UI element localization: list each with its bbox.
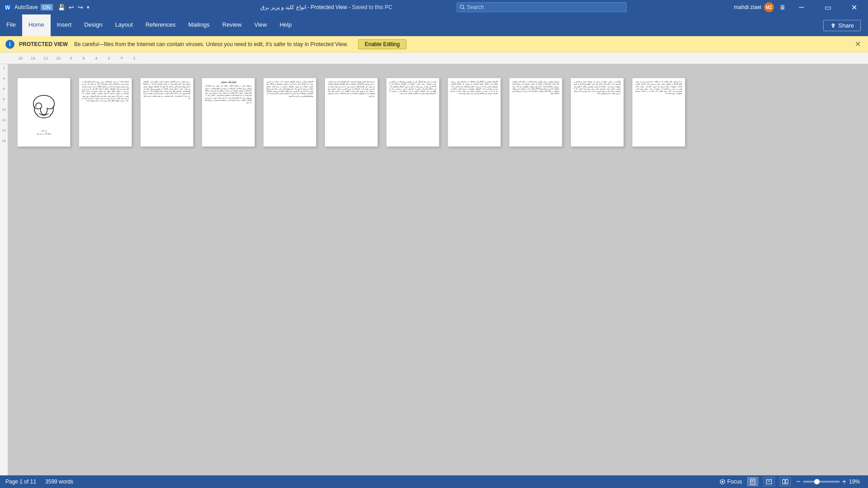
svg-rect-14 — [786, 479, 788, 484]
arabic-calligraphy-svg — [28, 91, 60, 125]
page-10-content: نگهداری و تعمیر تجهیزات برقی باید توسط ا… — [571, 78, 623, 146]
zoom-controls: − + 19% — [796, 478, 863, 486]
user-area: mahdi ziaei MZ — [734, 2, 774, 12]
arabic-text: پریزهای مقاوم در برابر رطوبت برای استفاد… — [512, 81, 559, 95]
zoom-value: 19% — [849, 479, 863, 485]
focus-label: Focus — [727, 479, 742, 485]
word-icon: W — [4, 3, 12, 11]
titlebar-left: W AutoSave ON 💾 ↩ ↪ ▾ — [4, 3, 219, 11]
search-box[interactable] — [457, 2, 627, 12]
arabic-text: سیستم های کنترل هوشمند امروزه جای کلیدها… — [328, 81, 375, 98]
undo-button[interactable]: ↩ — [67, 3, 75, 11]
tab-references[interactable]: References — [139, 14, 182, 36]
statusbar-right: Focus − — [719, 477, 863, 486]
title-bar: W AutoSave ON 💾 ↩ ↪ ▾ انواع کلید و پریز … — [0, 0, 868, 14]
svg-point-5 — [722, 481, 723, 483]
enable-editing-button[interactable]: Enable Editing — [358, 39, 406, 49]
tab-view[interactable]: View — [248, 14, 273, 36]
svg-rect-6 — [750, 479, 755, 484]
read-mode-icon — [782, 479, 788, 485]
pages-row: نام كتابانواع كليد و پريز برق Lorem ipsu… — [17, 78, 685, 147]
search-input[interactable] — [467, 4, 623, 10]
user-avatar[interactable]: MZ — [764, 2, 774, 12]
tab-design[interactable]: Design — [78, 14, 108, 36]
page-7-content: ایمنی در برابر برق گرفتگی یکی از مهمترین… — [387, 78, 439, 146]
protected-message: Be careful—files from the Internet can c… — [74, 41, 348, 47]
page-2-content: Lorem ipsum در مورد انواع کلید و پریز بر… — [79, 78, 132, 146]
page-1: نام كتابانواع كليد و پريز برق — [17, 78, 71, 147]
search-icon — [460, 5, 465, 10]
titlebar-center: انواع کلید و پریز برق - Protected View -… — [219, 4, 434, 10]
arabic-text: ایمنی در برابر برق گرفتگی یکی از مهمترین… — [389, 81, 436, 95]
main-area: 2 4 6 8 10 12 14 16 — [0, 64, 868, 475]
arabic-text: Lorem ipsum در مورد انواع کلید و پریز بر… — [82, 81, 129, 102]
user-name: mahdi ziaei — [734, 4, 761, 10]
page-5: کلیدهای فشاری از جمله کلیدهایی هستند که … — [263, 78, 316, 147]
document-viewport[interactable]: نام كتابانواع كليد و پريز برق Lorem ipsu… — [8, 64, 868, 475]
tab-mailings[interactable]: Mailings — [182, 14, 216, 36]
page-6: سیستم های کنترل هوشمند امروزه جای کلیدها… — [325, 78, 378, 147]
page-10: نگهداری و تعمیر تجهیزات برقی باید توسط ا… — [571, 78, 624, 147]
zoom-slider[interactable] — [803, 481, 840, 483]
page-4: فصل اول: معرفی پریزهای برقی در انواع مخت… — [202, 78, 255, 147]
page-7: ایمنی در برابر برق گرفتگی یکی از مهمترین… — [386, 78, 439, 147]
cover-caption: نام كتابانواع كليد و پريز برق — [37, 130, 51, 135]
page-3-content: در این فصل درباره کلیدهای صنعتی صحبت خوا… — [141, 78, 193, 146]
zoom-in-button[interactable]: + — [842, 478, 846, 486]
zoom-out-button[interactable]: − — [796, 478, 800, 486]
page-8-content: کلیدهای مینیاتوری یا MCB برای محافظت از … — [448, 78, 500, 146]
page-6-content: سیستم های کنترل هوشمند امروزه جای کلیدها… — [325, 78, 377, 146]
calligraphy-art — [28, 90, 60, 126]
doc-save: Saved to this PC — [352, 4, 392, 10]
restore-button[interactable]: ▭ — [817, 0, 838, 14]
page-2: Lorem ipsum در مورد انواع کلید و پریز بر… — [79, 78, 132, 147]
tab-review[interactable]: Review — [216, 14, 248, 36]
doc-title: انواع کلید و پریز برق — [260, 4, 306, 10]
page-8: کلیدهای مینیاتوری یا MCB برای محافظت از … — [448, 78, 501, 147]
tab-help[interactable]: Help — [273, 14, 298, 36]
redo-button[interactable]: ↪ — [76, 3, 85, 11]
tab-home[interactable]: Home — [22, 14, 51, 36]
ribbon-share: Share — [823, 14, 868, 36]
arabic-text: در این فصل درباره کلیدهای صنعتی صحبت خوا… — [143, 81, 190, 100]
print-layout-icon — [750, 479, 756, 485]
protected-label: PROTECTED VIEW — [19, 41, 68, 47]
close-button[interactable]: ✕ — [844, 0, 864, 14]
svg-line-3 — [463, 8, 465, 9]
horizontal-ruler: 18 14 12 10 8 6 4 2 ✕ 2 — [17, 56, 137, 61]
customize-button[interactable]: ▾ — [85, 3, 91, 11]
arabic-text: کلیدهای مینیاتوری یا MCB برای محافظت از … — [451, 81, 498, 95]
print-layout-button[interactable] — [747, 477, 758, 486]
page-4-heading: فصل اول: معرفی — [205, 81, 252, 84]
focus-area[interactable]: Focus — [719, 479, 742, 485]
page-info: Page 1 of 11 — [5, 479, 36, 485]
arabic-text: پریزهای برقی در انواع مختلف ساخته می شون… — [205, 85, 252, 104]
zoom-thumb — [814, 479, 820, 484]
read-mode-button[interactable] — [780, 477, 791, 486]
autosave-toggle[interactable]: ON — [41, 4, 53, 10]
svg-point-2 — [460, 5, 464, 9]
tab-insert[interactable]: Insert — [51, 14, 78, 36]
tab-file[interactable]: File — [0, 14, 22, 36]
statusbar-left: Page 1 of 11 3599 words — [5, 479, 73, 485]
app-name: AutoSave — [14, 4, 38, 10]
protected-close-button[interactable]: ✕ — [853, 40, 863, 48]
page-3: در این فصل درباره کلیدهای صنعتی صحبت خوا… — [140, 78, 193, 147]
svg-rect-13 — [783, 479, 785, 484]
web-layout-button[interactable] — [764, 477, 774, 486]
monitor-button[interactable]: 🖥 — [779, 4, 786, 11]
undo-redo-group: 💾 ↩ ↪ ▾ — [57, 3, 91, 11]
arabic-text: نگهداری و تعمیر تجهیزات برقی باید توسط ا… — [574, 81, 621, 95]
status-bar: Page 1 of 11 3599 words Focus — [0, 475, 868, 488]
minimize-button[interactable]: ─ — [791, 0, 812, 14]
tab-layout[interactable]: Layout — [109, 14, 139, 36]
page-5-content: کلیدهای فشاری از جمله کلیدهایی هستند که … — [264, 78, 316, 146]
protected-icon: i — [5, 40, 14, 49]
word-count: 3599 words — [45, 479, 73, 485]
protected-view-bar: i PROTECTED VIEW Be careful—files from t… — [0, 36, 868, 52]
vertical-ruler: 2 4 6 8 10 12 14 16 — [0, 64, 8, 475]
save-button[interactable]: 💾 — [57, 3, 66, 11]
share-button[interactable]: Share — [823, 20, 861, 31]
arabic-text: کلیدهای فشاری از جمله کلیدهایی هستند که … — [266, 81, 313, 98]
ribbon: File Home Insert Design Layout Reference… — [0, 14, 868, 36]
